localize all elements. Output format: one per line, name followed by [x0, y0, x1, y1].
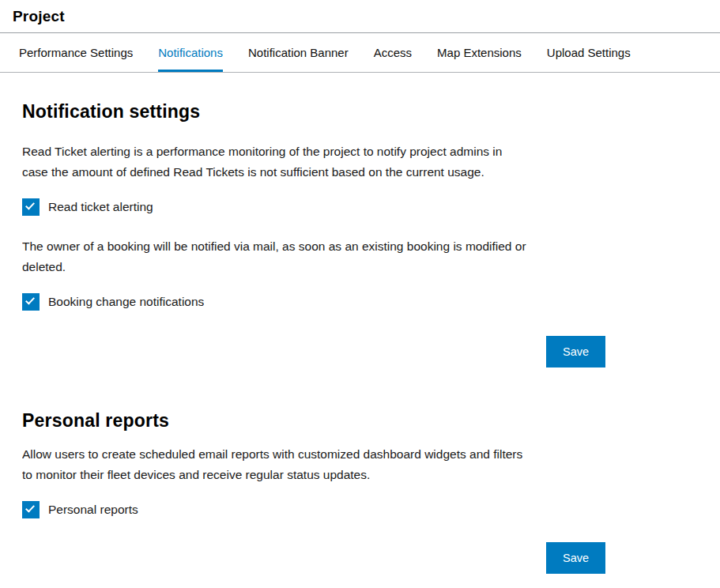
- personal-reports-description: Allow users to create scheduled email re…: [22, 444, 605, 485]
- tab-access[interactable]: Access: [374, 33, 412, 72]
- booking-change-description: The owner of a booking will be notified …: [22, 236, 605, 277]
- checkbox-booking-change-notifications[interactable]: [22, 293, 40, 311]
- personal-reports-actions: Save: [22, 542, 605, 574]
- page-title: Project: [13, 8, 707, 25]
- checkmark-icon: [25, 295, 35, 304]
- section-heading-personal-reports: Personal reports: [22, 410, 605, 432]
- tab-performance-settings[interactable]: Performance Settings: [19, 33, 133, 72]
- page-header: Project: [0, 0, 720, 33]
- section-heading-notification-settings: Notification settings: [22, 101, 605, 122]
- section-notification-settings: Notification settings Read Ticket alerti…: [22, 101, 605, 368]
- notification-settings-actions: Save: [22, 336, 605, 368]
- tab-upload-settings[interactable]: Upload Settings: [547, 33, 631, 72]
- read-ticket-alerting-description: Read Ticket alerting is a performance mo…: [22, 141, 605, 183]
- checkbox-label-booking-change-notifications: Booking change notifications: [48, 295, 204, 309]
- save-button-personal-reports[interactable]: Save: [546, 542, 605, 574]
- section-personal-reports: Personal reports Allow users to create s…: [22, 410, 605, 574]
- settings-content: Notification settings Read Ticket alerti…: [22, 73, 605, 574]
- tab-bar: Performance Settings Notifications Notif…: [0, 33, 720, 73]
- checkbox-label-personal-reports: Personal reports: [48, 503, 138, 517]
- read-ticket-alerting-row: Read ticket alerting: [22, 198, 605, 216]
- checkbox-personal-reports[interactable]: [22, 501, 40, 518]
- tab-map-extensions[interactable]: Map Extensions: [437, 33, 522, 72]
- personal-reports-row: Personal reports: [22, 501, 605, 518]
- tab-notifications[interactable]: Notifications: [158, 33, 223, 72]
- checkbox-read-ticket-alerting[interactable]: [22, 198, 40, 216]
- save-button-notification-settings[interactable]: Save: [546, 336, 605, 368]
- checkbox-label-read-ticket-alerting: Read ticket alerting: [48, 200, 153, 214]
- booking-change-notifications-row: Booking change notifications: [22, 293, 605, 311]
- checkmark-icon: [25, 200, 35, 209]
- checkmark-icon: [25, 503, 35, 512]
- tab-notification-banner[interactable]: Notification Banner: [248, 33, 349, 72]
